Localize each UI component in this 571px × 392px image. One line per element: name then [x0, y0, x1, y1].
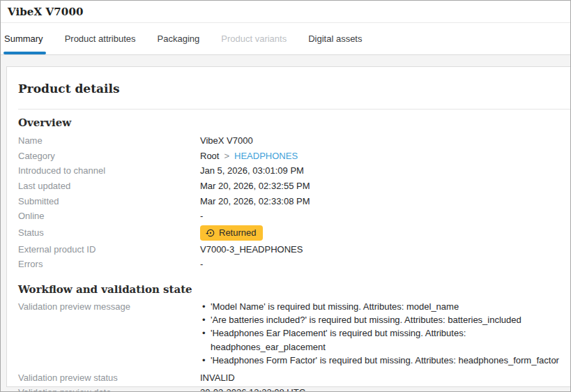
- row-name-label: Name: [18, 134, 200, 147]
- breadcrumb-separator: >: [224, 151, 229, 161]
- row-status: Status Returned: [18, 224, 559, 242]
- row-external-id: External product ID V7000-3_HEADPHONES: [18, 242, 559, 257]
- row-errors: Errors -: [18, 257, 559, 272]
- row-name-value: VibeX V7000: [200, 134, 253, 147]
- tab-digital-assets-label: Digital assets: [308, 33, 362, 44]
- row-name: Name VibeX V7000: [18, 133, 559, 149]
- row-errors-value: -: [200, 257, 203, 271]
- row-category: Category Root>HEADPHONES: [18, 149, 559, 164]
- row-online-label: Online: [18, 209, 200, 223]
- row-validation-date-label: Validation preview date: [18, 386, 200, 391]
- tab-bar: Summary Product attributes Packaging Pro…: [1, 23, 570, 55]
- row-last-updated-value: Mar 20, 2026, 02:32:55 PM: [200, 179, 310, 193]
- status-badge: Returned: [200, 225, 263, 241]
- row-submitted-value: Mar 20, 2026, 02:33:08 PM: [200, 195, 310, 208]
- tab-product-variants: Product variants: [221, 23, 287, 54]
- row-validation-date: Validation preview date 20-03-2026 13:33…: [18, 385, 559, 391]
- validation-message-list: 'Model Name' is required but missing. At…: [200, 300, 559, 367]
- row-introduced-value: Jan 5, 2026, 03:01:09 PM: [200, 164, 304, 177]
- validation-message-item: 'Model Name' is required but missing. At…: [200, 300, 559, 313]
- page-header: VibeX V7000: [1, 1, 570, 23]
- row-introduced-label: Introduced to channel: [18, 164, 200, 177]
- breadcrumb-category-link[interactable]: HEADPHONES: [234, 151, 298, 161]
- tab-summary-label: Summary: [4, 33, 43, 44]
- row-external-id-label: External product ID: [18, 243, 200, 256]
- card-title-divider: [18, 109, 570, 110]
- row-validation-status-label: Validation preview status: [18, 371, 200, 384]
- tab-product-attributes-label: Product attributes: [65, 33, 136, 44]
- tab-summary[interactable]: Summary: [4, 23, 43, 54]
- row-online: Online -: [18, 209, 559, 224]
- row-validation-message: Validation preview message 'Model Name' …: [18, 300, 559, 367]
- row-category-label: Category: [18, 149, 200, 163]
- row-submitted-label: Submitted: [18, 195, 200, 208]
- breadcrumb-root: Root: [200, 151, 219, 161]
- row-last-updated: Last updated Mar 20, 2026, 02:32:55 PM: [18, 179, 559, 194]
- row-introduced: Introduced to channel Jan 5, 2026, 03:01…: [18, 163, 559, 179]
- tab-packaging[interactable]: Packaging: [158, 23, 200, 54]
- page-title: VibeX V7000: [8, 6, 83, 18]
- tab-product-attributes[interactable]: Product attributes: [65, 23, 136, 54]
- row-validation-status-value: INVALID: [200, 371, 235, 384]
- row-validation-status: Validation preview status INVALID: [18, 370, 559, 385]
- section-heading-workflow: Workflow and validation state: [18, 282, 559, 297]
- category-breadcrumb: Root>HEADPHONES: [200, 149, 298, 163]
- section-heading-overview: Overview: [18, 116, 559, 130]
- status-badge-label: Returned: [219, 227, 256, 239]
- tab-packaging-label: Packaging: [158, 33, 200, 44]
- page-background: Product details Overview Name VibeX V700…: [1, 55, 570, 391]
- tab-digital-assets[interactable]: Digital assets: [308, 23, 362, 54]
- row-last-updated-label: Last updated: [18, 179, 200, 193]
- history-restore-icon: [206, 228, 215, 238]
- validation-message-item: 'Headphones Form Factor' is required but…: [200, 354, 559, 367]
- row-online-value: -: [200, 209, 203, 223]
- row-validation-date-value: 20-03-2026 13:33:08 UTC: [200, 386, 305, 391]
- row-submitted: Submitted Mar 20, 2026, 02:33:08 PM: [18, 193, 559, 209]
- row-errors-label: Errors: [18, 257, 200, 271]
- tab-product-variants-label: Product variants: [221, 33, 287, 44]
- card-title: Product details: [18, 82, 559, 96]
- row-validation-message-label: Validation preview message: [18, 300, 200, 313]
- product-details-card: Product details Overview Name VibeX V700…: [6, 66, 570, 387]
- validation-message-item: 'Are batteries included?' is required bu…: [200, 313, 559, 326]
- validation-message-item: 'Headphones Ear Placement' is required b…: [200, 326, 559, 354]
- row-status-label: Status: [18, 226, 200, 239]
- row-external-id-value: V7000-3_HEADPHONES: [200, 243, 303, 256]
- app-window: VibeX V7000 Summary Product attributes P…: [0, 0, 571, 392]
